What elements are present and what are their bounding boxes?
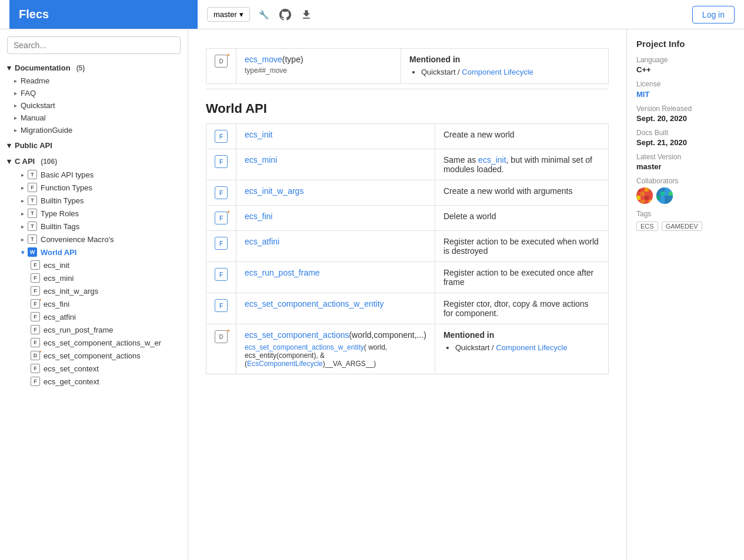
sidebar-item-ecs-set-component-actions[interactable]: D ecs_set_component_actions <box>0 349 188 362</box>
prev-entry-desc-cell: Mentioned in Quickstart / Component Life… <box>401 49 609 84</box>
function-types-label: Function Types <box>41 183 92 192</box>
ecs-init-w-args-desc: Create a new world with arguments <box>443 186 572 196</box>
branch-button[interactable]: master ▾ <box>207 7 250 22</box>
row-name-cell: ecs_set_component_actions(world,componen… <box>236 324 435 374</box>
arrow-down-icon3: ▾ <box>7 157 11 166</box>
svg-rect-15 <box>669 192 673 196</box>
sidebar-item-builtin-types[interactable]: ▸ T Builtin Types <box>0 194 188 207</box>
world-api-sidebar-label: World API <box>41 248 76 257</box>
ecs-set-context-label: ecs_set_context <box>44 364 99 373</box>
download-icon[interactable] <box>299 8 313 22</box>
row-desc-cell: Delete a world <box>435 206 608 231</box>
ecs-set-comp-icon: D <box>31 351 40 360</box>
sidebar: ▾ Documentation (5) ▸ Readme ▸ FAQ ▸ Qui… <box>0 29 188 560</box>
ecs-set-context-icon: F <box>31 364 40 373</box>
search-input[interactable] <box>7 36 181 54</box>
ecs-init-table-icon: F <box>215 130 228 143</box>
sidebar-item-builtin-tags[interactable]: ▸ T Builtin Tags <box>0 220 188 233</box>
sidebar-item-type-roles[interactable]: ▸ T Type Roles <box>0 207 188 220</box>
sidebar-item-ecs-fini[interactable]: F ecs_fini <box>0 297 188 310</box>
sidebar-item-function-types[interactable]: ▸ F Function Types <box>0 181 188 194</box>
ecs-set-comp-entity-link2[interactable]: ecs_set_component_actions_w_entity <box>245 343 364 351</box>
arrow-down-icon2: ▾ <box>7 141 11 150</box>
sidebar-section-documentation-header[interactable]: ▾ Documentation (5) <box>0 61 188 75</box>
sidebar-item-manual[interactable]: ▸ Manual <box>0 112 188 124</box>
prev-entry-name-cell: ecs_move(type) type##_move <box>236 49 401 84</box>
sidebar-item-ecs-init[interactable]: F ecs_init <box>0 259 188 271</box>
login-button[interactable]: Log in <box>692 6 735 24</box>
sidebar-item-world-api[interactable]: ▾ W World API <box>0 246 188 259</box>
ecs-atfini-table-icon: F <box>215 237 228 250</box>
sidebar-item-ecs-init-w-args[interactable]: F ecs_init_w_args <box>0 284 188 297</box>
world-api-sidebar-icon: W <box>28 247 37 257</box>
sidebar-item-readme[interactable]: ▸ Readme <box>0 75 188 87</box>
ecs-run-post-frame-table-link[interactable]: ecs_run_post_frame <box>245 268 320 277</box>
license-value[interactable]: MIT <box>636 90 649 99</box>
ecs-mini-desc-prefix: Same as <box>443 155 478 165</box>
sidebar-item-ecs-atfini[interactable]: F ecs_atfini <box>0 310 188 323</box>
table-row: F ecs_init Create a new world <box>206 124 609 149</box>
collaborator-avatar-1[interactable] <box>636 187 653 204</box>
sidebar-item-ecs-get-context[interactable]: F ecs_get_context <box>0 375 188 388</box>
convenience-macros-label: Convenience Macro's <box>41 235 114 244</box>
type-roles-icon: T <box>28 209 37 218</box>
sidebar-item-ecs-set-component-actions-w-er[interactable]: F ecs_set_component_actions_w_er <box>0 336 188 349</box>
sidebar-section-c-api: ▾ C API (106) ▸ T Basic API types ▸ F Fu… <box>0 155 188 388</box>
sidebar-item-faq[interactable]: ▸ FAQ <box>0 87 188 99</box>
function-types-icon: F <box>28 183 37 192</box>
arrow-right-icon: ▸ <box>14 78 17 84</box>
ecs-move-link[interactable]: ecs_move <box>245 55 282 64</box>
component-lifecycle-link[interactable]: Component Lifecycle <box>462 68 533 76</box>
ecs-move-code: type##_move <box>245 66 392 75</box>
ecs-init-table-link[interactable]: ecs_init <box>245 130 272 139</box>
sidebar-item-ecs-mini[interactable]: F ecs_mini <box>0 271 188 284</box>
tag-ecs[interactable]: ECS <box>636 222 658 231</box>
table-row: F ecs_init_w_args Create a new world wit… <box>206 180 609 206</box>
documentation-count: (5) <box>76 64 85 72</box>
license-label: License <box>636 80 735 88</box>
github-icon[interactable] <box>278 8 292 22</box>
wrench-icon[interactable]: 🔧 <box>257 8 271 22</box>
ecs-atfini-desc: Register action to be executed when worl… <box>443 237 599 256</box>
sidebar-item-migrationguide[interactable]: ▸ MigrationGuide <box>0 124 188 136</box>
ecs-fini-table-link[interactable]: ecs_fini <box>245 212 272 221</box>
arrow-right-icon2: ▸ <box>14 90 17 96</box>
collaborator-avatar-2[interactable] <box>656 187 673 204</box>
row-icon-cell: F <box>206 262 236 293</box>
ecs-atfini-table-link[interactable]: ecs_atfini <box>245 237 279 246</box>
arrow-right-icon3: ▸ <box>14 102 17 109</box>
migrationguide-label: MigrationGuide <box>21 126 72 135</box>
arrow-right-icon6: ▸ <box>21 172 24 178</box>
world-api-table: F ecs_init Create a new world F ecs_mini <box>206 123 609 374</box>
row-desc-cell: Create a new world <box>435 124 608 149</box>
ecs-set-comp-w-entity-table-link[interactable]: ecs_set_component_actions_w_entity <box>245 299 384 308</box>
ecs-init-w-args-table-link[interactable]: ecs_init_w_args <box>245 186 303 196</box>
ecs-component-lifecycle-link[interactable]: EcsComponentLifecycle <box>247 360 323 368</box>
docs-built-label: Docs Built <box>636 129 735 137</box>
branch-label: master <box>213 10 237 19</box>
ecs-mini-table-link[interactable]: ecs_mini <box>245 155 277 165</box>
sidebar-item-convenience-macros[interactable]: ▸ T Convenience Macro's <box>0 233 188 246</box>
ecs-mini-label: ecs_mini <box>44 274 74 283</box>
ecs-run-post-frame-desc: Register action to be executed once afte… <box>443 268 593 287</box>
ecs-set-comp-w-er-label: ecs_set_component_actions_w_er <box>44 338 161 347</box>
sidebar-c-api-header[interactable]: ▾ C API (106) <box>0 155 188 168</box>
mentioned-item2: Quickstart / Component Lifecycle <box>455 343 600 352</box>
sidebar-public-api-header[interactable]: ▾ Public API <box>0 139 188 152</box>
ecs-mini-ecs-init-link[interactable]: ecs_init <box>478 155 506 165</box>
tag-gamedev[interactable]: GAMEDEV <box>662 222 702 231</box>
sidebar-item-ecs-run-post-frame[interactable]: F ecs_run_post_frame <box>0 323 188 336</box>
ecs-set-comp-table-link[interactable]: ecs_set_component_actions <box>245 330 349 340</box>
component-lifecycle-link2[interactable]: Component Lifecycle <box>496 343 567 352</box>
builtin-tags-label: Builtin Tags <box>41 222 79 231</box>
mentioned-item: Quickstart / Component Lifecycle <box>421 68 600 76</box>
sidebar-item-quickstart[interactable]: ▸ Quickstart <box>0 99 188 112</box>
row-desc-cell: Register action to be executed when worl… <box>435 231 608 262</box>
row-desc-cell: Mentioned in Quickstart / Component Life… <box>435 324 608 374</box>
ecs-set-comp-w-entity-table-icon: F <box>215 299 228 312</box>
ecs-fini-label: ecs_fini <box>44 300 69 308</box>
sidebar-item-basic-api-types[interactable]: ▸ T Basic API types <box>0 168 188 181</box>
svg-rect-11 <box>665 196 673 204</box>
sidebar-item-ecs-set-context[interactable]: F ecs_set_context <box>0 362 188 375</box>
arrow-down-icon4: ▾ <box>21 249 24 256</box>
